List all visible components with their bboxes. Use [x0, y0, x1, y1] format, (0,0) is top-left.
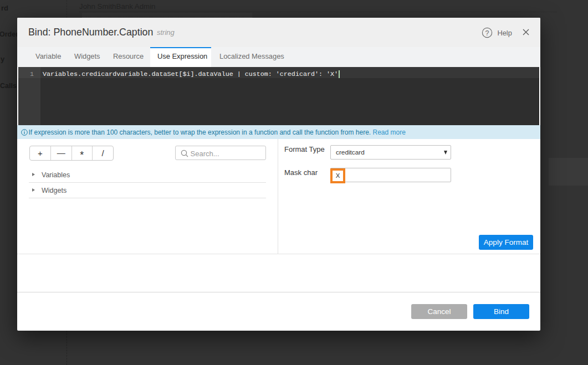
svg-text:?: ? — [485, 29, 489, 37]
